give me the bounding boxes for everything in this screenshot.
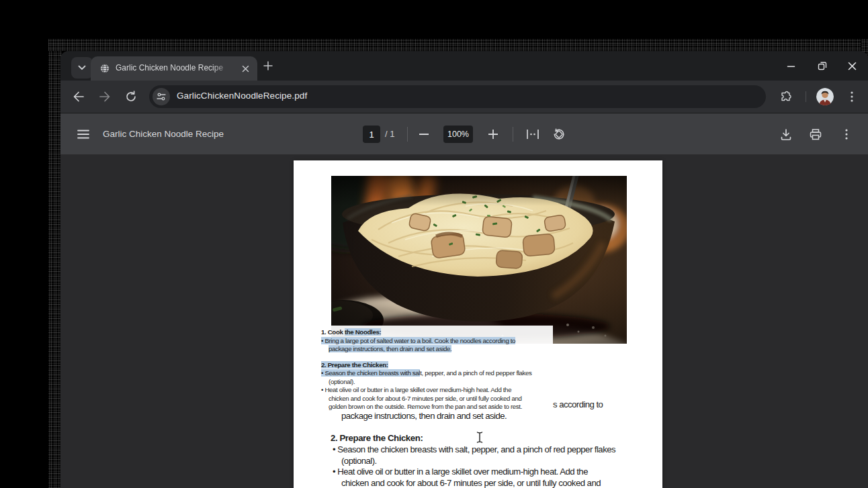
minus-icon	[419, 134, 429, 135]
ghost-line: (optional).	[321, 378, 553, 387]
pdf-viewport[interactable]: s according to package instructions, the…	[60, 154, 868, 488]
pdf-toolbar-separator	[513, 127, 513, 142]
profile-button[interactable]	[814, 85, 836, 108]
ghost-line: package instructions, then drain and set…	[321, 345, 553, 354]
text-cursor-i-beam-icon	[476, 432, 484, 443]
pdf-menu-button[interactable]	[73, 124, 94, 145]
print-icon	[810, 129, 822, 140]
page-number-input[interactable]	[363, 126, 380, 143]
tune-sliders-icon	[157, 93, 166, 101]
ghost-line: golden brown on the outside. Remove from…	[321, 403, 553, 411]
ghost-line: 2. Prepare the Chicken:	[321, 361, 553, 370]
chevron-down-icon	[78, 65, 86, 70]
browser-menu-button[interactable]	[840, 85, 863, 108]
pdf-text-heading[interactable]: 2. Prepare the Chicken:	[331, 433, 423, 443]
pdf-text-line[interactable]: chicken and cook for about 6-7 minutes p…	[341, 478, 601, 488]
page-count-label: / 1	[385, 129, 394, 139]
ghost-line: • Heat olive oil or butter in a large sk…	[321, 386, 553, 395]
pdf-text-line[interactable]: • Season the chicken breasts with salt, …	[333, 444, 615, 454]
pdf-page[interactable]: s according to package instructions, the…	[294, 160, 662, 488]
tab-garlic-chicken-noodle-recipe[interactable]: Garlic Chicken Noodle Recipe	[91, 56, 257, 81]
rotate-button[interactable]	[548, 124, 570, 145]
pdf-document-title: Garlic Chicken Noodle Recipe	[103, 129, 224, 139]
ghost-line: chicken and cook for about 6-7 minutes p…	[321, 395, 553, 403]
tab-title: Garlic Chicken Noodle Recipe	[116, 63, 234, 74]
pdf-more-button[interactable]	[836, 124, 857, 145]
recipe-photo	[331, 176, 627, 344]
download-button[interactable]	[775, 124, 797, 145]
puzzle-icon	[780, 91, 792, 103]
ghost-line: 1. Cook the Noodles:	[321, 328, 553, 337]
address-bar[interactable]: GarlicChickenNoodleRecipe.pdf	[149, 85, 766, 108]
screen-noise-left	[48, 39, 62, 488]
screen-noise-top	[48, 39, 868, 51]
avatar	[816, 88, 834, 105]
forward-button[interactable]	[93, 85, 116, 108]
pdf-toolbar-separator	[407, 127, 408, 142]
pdf-text-line[interactable]: s according to	[553, 399, 603, 409]
new-tab-button[interactable]	[259, 56, 277, 75]
navigation-toolbar: GarlicChickenNoodleRecipe.pdf	[60, 81, 868, 113]
window-close-button[interactable]	[842, 56, 862, 75]
tab-strip: Garlic Chicken Noodle Recipe	[60, 51, 868, 81]
minimize-icon	[787, 62, 795, 70]
toolbar-separator	[806, 91, 806, 102]
zoom-in-button[interactable]	[482, 124, 504, 145]
pdf-text-line[interactable]: package instructions, then drain and set…	[341, 411, 507, 421]
screen: Garlic Chicken Noodle Recipe	[0, 0, 868, 488]
tab-close-button[interactable]	[240, 63, 251, 74]
kebab-menu-icon	[851, 91, 853, 102]
window-minimize-button[interactable]	[781, 56, 801, 75]
forward-arrow-icon	[99, 91, 111, 102]
globe-favicon-icon	[99, 63, 110, 74]
kebab-menu-icon	[845, 129, 848, 140]
fit-to-width-icon	[527, 130, 539, 139]
close-icon	[242, 65, 249, 72]
tab-search-button[interactable]	[71, 57, 93, 79]
ghost-line: • Season the chicken breasts with salt, …	[321, 369, 553, 378]
reload-icon	[125, 91, 137, 103]
zoom-level: 100%	[443, 126, 473, 143]
close-icon	[848, 62, 857, 70]
rotate-ccw-icon	[553, 128, 565, 140]
browser-window: Garlic Chicken Noodle Recipe	[60, 51, 868, 488]
extensions-button[interactable]	[775, 85, 797, 108]
pdf-text-line[interactable]: • Heat olive oil or butter in a large sk…	[333, 467, 588, 477]
back-button[interactable]	[67, 85, 90, 108]
ghost-line: • Bring a large pot of salted water to a…	[321, 337, 553, 346]
reload-button[interactable]	[120, 85, 142, 108]
plus-icon	[263, 61, 273, 70]
fit-to-width-button[interactable]	[522, 124, 544, 145]
zoom-out-button[interactable]	[413, 124, 435, 145]
back-arrow-icon	[73, 91, 85, 102]
hamburger-menu-icon	[77, 130, 89, 139]
drag-ghost-selection: 1. Cook the Noodles:• Bring a large pot …	[320, 326, 553, 411]
print-button[interactable]	[805, 124, 826, 145]
pdf-toolbar: Garlic Chicken Noodle Recipe / 1 100%	[60, 113, 868, 154]
window-restore-button[interactable]	[812, 56, 832, 75]
url-text: GarlicChickenNoodleRecipe.pdf	[177, 91, 307, 101]
plus-icon	[488, 130, 498, 139]
restore-icon	[818, 61, 827, 70]
pdf-text-line[interactable]: (optional).	[341, 456, 377, 466]
site-info-button[interactable]	[153, 88, 170, 105]
download-icon	[781, 129, 791, 140]
